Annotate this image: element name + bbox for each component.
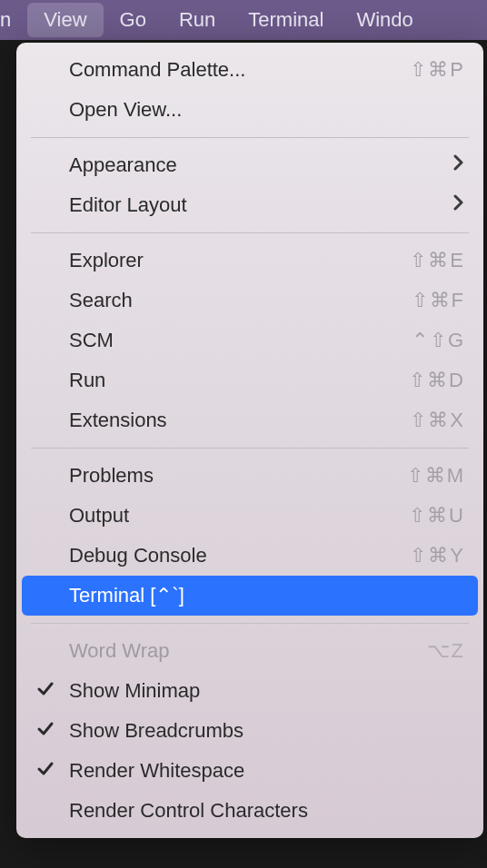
menubar-item-view[interactable]: View [27, 3, 103, 37]
menu-item-editor-layout[interactable]: Editor Layout [16, 185, 483, 225]
menu-item-search[interactable]: Search ⇧⌘F [16, 281, 483, 321]
menu-label: Show Minimap [69, 679, 465, 703]
menubar-item-label: Go [120, 8, 146, 31]
menu-shortcut: ⇧⌘U [409, 504, 465, 528]
menubar-item-go[interactable]: Go [104, 3, 163, 37]
menu-label: Debug Console [69, 544, 410, 567]
menu-item-problems[interactable]: Problems ⇧⌘M [16, 456, 483, 496]
menubar-item-window[interactable]: Windo [340, 3, 429, 37]
menu-label: Appearance [69, 153, 452, 177]
menu-item-scm[interactable]: SCM ⌃⇧G [16, 321, 483, 360]
menu-item-command-palette[interactable]: Command Palette... ⇧⌘P [16, 50, 483, 90]
menubar-item-label: Terminal [248, 8, 323, 31]
menu-item-show-minimap[interactable]: Show Minimap [16, 671, 483, 711]
menu-separator [31, 232, 469, 233]
menubar-item-label: View [44, 8, 86, 31]
check-icon [36, 679, 55, 703]
view-dropdown-menu: Command Palette... ⇧⌘P Open View... Appe… [16, 43, 483, 838]
menu-item-run[interactable]: Run ⇧⌘D [16, 360, 483, 400]
menu-label: Editor Layout [69, 193, 452, 217]
menubar-item-label: Run [179, 8, 215, 31]
menu-shortcut: ⇧⌘F [412, 289, 465, 312]
menu-item-open-view[interactable]: Open View... [16, 90, 483, 130]
menubar-item-partial[interactable]: n [0, 3, 27, 37]
check-icon [36, 719, 55, 743]
menu-item-render-whitespace[interactable]: Render Whitespace [16, 751, 483, 791]
menu-label: Render Whitespace [69, 759, 465, 783]
menu-label: SCM [69, 329, 412, 352]
menu-label: Problems [69, 464, 407, 488]
menu-label: Open View... [69, 98, 465, 122]
menu-item-appearance[interactable]: Appearance [16, 145, 483, 185]
menu-item-show-breadcrumbs[interactable]: Show Breadcrumbs [16, 711, 483, 751]
menu-item-word-wrap: Word Wrap ⌥Z [16, 631, 483, 671]
menu-label: Terminal [⌃`] [69, 584, 465, 607]
menu-label: Render Control Characters [69, 799, 465, 823]
menubar: n View Go Run Terminal Windo [0, 0, 487, 40]
menu-shortcut: ⇧⌘D [409, 369, 465, 392]
menubar-item-label: n [0, 8, 11, 31]
menu-label: Extensions [69, 409, 410, 432]
menu-item-explorer[interactable]: Explorer ⇧⌘E [16, 241, 483, 281]
menu-shortcut: ⇧⌘E [410, 249, 465, 272]
menu-separator [31, 448, 469, 449]
chevron-right-icon [452, 193, 465, 217]
menu-label: Show Breadcrumbs [69, 719, 465, 743]
menu-shortcut: ⌃⇧G [412, 329, 465, 352]
menu-label: Explorer [69, 249, 410, 272]
chevron-right-icon [452, 153, 465, 177]
menubar-item-run[interactable]: Run [163, 3, 232, 37]
menu-shortcut: ⇧⌘X [410, 409, 465, 432]
menu-shortcut: ⌥Z [427, 639, 465, 663]
menu-label: Output [69, 504, 409, 528]
menu-item-debug-console[interactable]: Debug Console ⇧⌘Y [16, 536, 483, 576]
menu-label: Run [69, 369, 409, 392]
menu-shortcut: ⇧⌘Y [410, 544, 465, 567]
check-icon [36, 759, 55, 783]
menu-item-terminal[interactable]: Terminal [⌃`] [22, 576, 478, 616]
menu-shortcut: ⇧⌘M [407, 464, 465, 488]
menu-item-output[interactable]: Output ⇧⌘U [16, 496, 483, 536]
menubar-item-terminal[interactable]: Terminal [232, 3, 340, 37]
menu-item-extensions[interactable]: Extensions ⇧⌘X [16, 400, 483, 440]
menu-label: Command Palette... [69, 58, 410, 82]
menu-item-render-control-characters[interactable]: Render Control Characters [16, 791, 483, 831]
menu-separator [31, 623, 469, 624]
menu-label: Search [69, 289, 412, 312]
menu-separator [31, 137, 469, 138]
menubar-item-label: Windo [356, 8, 412, 31]
menu-label: Word Wrap [69, 639, 427, 663]
menu-shortcut: ⇧⌘P [410, 58, 465, 82]
